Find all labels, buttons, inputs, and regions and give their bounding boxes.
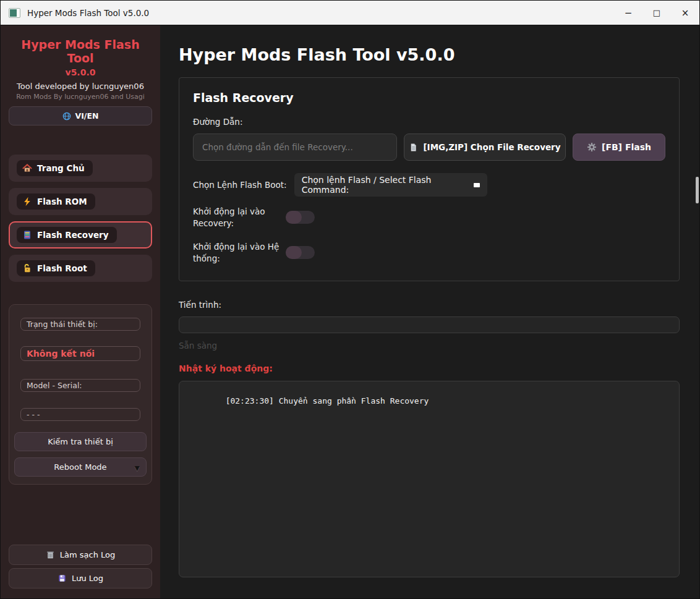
clear-log-button[interactable]: Làm sạch Log bbox=[9, 545, 152, 565]
sidebar-item-label: Flash Recovery bbox=[37, 230, 109, 240]
reboot-recovery-toggle[interactable] bbox=[286, 211, 315, 224]
globe-icon bbox=[62, 112, 71, 121]
sidebar-item-label: Flash ROM bbox=[37, 197, 87, 206]
sidebar-item-flash-recovery[interactable]: Flash Recovery bbox=[9, 221, 152, 249]
toggle-knob bbox=[286, 211, 302, 224]
choose-file-button[interactable]: [IMG,ZIP] Chọn File Recovery bbox=[404, 134, 566, 161]
device-status-label: Trạng thái thiết bị: bbox=[20, 318, 140, 331]
sidebar-item-flash-root[interactable]: Flash Root bbox=[9, 255, 152, 282]
gear-icon bbox=[587, 142, 597, 152]
reboot-mode-dropdown[interactable]: Reboot Mode ▼ bbox=[14, 457, 147, 477]
maximize-button[interactable]: □ bbox=[642, 1, 671, 25]
activity-log-box[interactable]: [02:23:30] Chuyển sang phần Flash Recove… bbox=[179, 381, 680, 577]
brand-title: Hyper Mods Flash Tool bbox=[9, 38, 152, 65]
brand-developer: Tool developed by lucnguyen06 bbox=[9, 82, 152, 91]
app-window: Hyper Mods Flash Tool v5.0.0 − □ × Hyper… bbox=[0, 0, 700, 599]
reboot-system-row: Khởi động lại vào Hệ thống: bbox=[193, 241, 665, 265]
progress-label: Tiến trình: bbox=[179, 300, 680, 310]
flash-command-selected: Chọn lệnh Flash / Select Flash Command: bbox=[302, 175, 469, 195]
sidebar-item-label: Trang Chủ bbox=[37, 163, 85, 173]
save-icon bbox=[58, 574, 67, 583]
path-row: [IMG,ZIP] Chọn File Recovery [FB] Flash bbox=[193, 134, 665, 161]
choose-file-label: [IMG,ZIP] Chọn File Recovery bbox=[423, 142, 560, 152]
save-log-label: Lưu Log bbox=[72, 574, 103, 583]
check-device-button[interactable]: Kiểm tra thiết bị bbox=[14, 432, 147, 451]
main-content: Hyper Mods Flash Tool v5.0.0 Flash Recov… bbox=[160, 25, 699, 599]
sidebar-item-flash-rom[interactable]: Flash ROM bbox=[9, 188, 152, 215]
disk-icon bbox=[22, 230, 32, 240]
check-device-label: Kiểm tra thiết bị bbox=[48, 437, 113, 446]
progress-status: Sẵn sàng bbox=[179, 341, 680, 350]
flash-command-select[interactable]: Chọn lệnh Flash / Select Flash Command: bbox=[294, 173, 487, 197]
save-log-button[interactable]: Lưu Log bbox=[9, 568, 152, 588]
reboot-mode-label: Reboot Mode bbox=[54, 462, 106, 472]
language-toggle-button[interactable]: VI/EN bbox=[9, 106, 152, 125]
scrollbar-thumb[interactable] bbox=[696, 177, 699, 203]
reboot-system-toggle[interactable] bbox=[286, 246, 315, 259]
model-serial-label: Model - Serial: bbox=[20, 379, 140, 392]
dropdown-indicator-icon bbox=[474, 183, 480, 187]
window-title: Hyper Mods Flash Tool v5.0.0 bbox=[27, 8, 149, 18]
bolt-icon bbox=[22, 197, 32, 206]
reboot-recovery-row: Khởi động lại vào Recovery: bbox=[193, 206, 665, 229]
command-row: Chọn Lệnh Flash Boot: Chọn lệnh Flash / … bbox=[193, 173, 665, 197]
language-toggle-label: VI/EN bbox=[75, 111, 99, 121]
close-button[interactable]: × bbox=[671, 1, 699, 25]
minimize-button[interactable]: − bbox=[614, 1, 642, 25]
app-icon bbox=[9, 8, 20, 18]
reboot-system-label: Khởi động lại vào Hệ thống: bbox=[193, 241, 280, 265]
unlock-icon bbox=[22, 263, 32, 273]
log-line: [02:23:30] Chuyển sang phần Flash Recove… bbox=[226, 396, 429, 406]
sidebar-nav: Trang Chủ Flash ROM bbox=[9, 155, 152, 288]
toggle-knob bbox=[286, 246, 302, 259]
device-status-panel: Trạng thái thiết bị: Không kết nối Model… bbox=[9, 304, 152, 485]
progress-bar bbox=[179, 316, 680, 333]
flash-recovery-card: Flash Recovery Đường Dẫn: [IMG,ZIP] Chọn… bbox=[179, 77, 680, 281]
brand-version: v5.0.0 bbox=[9, 67, 152, 77]
brand: Hyper Mods Flash Tool v5.0.0 Tool develo… bbox=[9, 25, 152, 101]
sidebar-footer: Làm sạch Log Lưu Log bbox=[9, 542, 152, 599]
card-title: Flash Recovery bbox=[193, 91, 665, 104]
page-title: Hyper Mods Flash Tool v5.0.0 bbox=[179, 45, 680, 64]
device-status-value: Không kết nối bbox=[20, 346, 140, 361]
command-label: Chọn Lệnh Flash Boot: bbox=[193, 180, 287, 190]
sidebar-item-trang-chu[interactable]: Trang Chủ bbox=[9, 155, 152, 182]
clear-log-label: Làm sạch Log bbox=[60, 550, 115, 559]
document-icon bbox=[409, 143, 418, 152]
window-controls: − □ × bbox=[614, 1, 699, 25]
path-label: Đường Dẫn: bbox=[193, 117, 665, 127]
fb-flash-label: [FB] Flash bbox=[602, 142, 651, 152]
recovery-path-input[interactable] bbox=[193, 134, 397, 161]
model-serial-value: - - - bbox=[20, 408, 140, 421]
chevron-down-icon: ▼ bbox=[135, 464, 140, 472]
sidebar-item-label: Flash Root bbox=[37, 263, 87, 273]
activity-log-label: Nhật ký hoạt động: bbox=[179, 363, 680, 373]
home-icon bbox=[22, 163, 32, 173]
reboot-recovery-label: Khởi động lại vào Recovery: bbox=[193, 206, 280, 229]
sidebar: Hyper Mods Flash Tool v5.0.0 Tool develo… bbox=[1, 25, 160, 599]
trash-icon bbox=[46, 550, 55, 559]
brand-credit: Rom Mods By lucnguyen06 and Usagi bbox=[9, 93, 152, 101]
fb-flash-button[interactable]: [FB] Flash bbox=[573, 134, 665, 161]
titlebar: Hyper Mods Flash Tool v5.0.0 − □ × bbox=[1, 1, 699, 25]
